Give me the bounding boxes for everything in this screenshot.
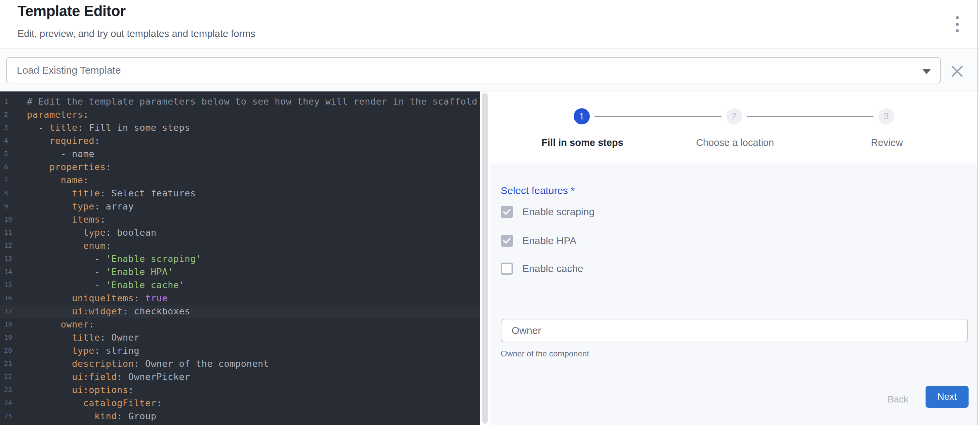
line-number: 17 [0,305,27,318]
code-text: - title: Fill in some steps [27,121,190,134]
owner-field[interactable]: Owner [501,319,968,342]
line-number: 5 [0,147,27,161]
code-text: name: [27,174,89,186]
template-load-toolbar: Load Existing Template [0,48,980,91]
editor-line: 4 required: [0,134,480,147]
step-1-circle: 1 [574,108,590,124]
editor-line: 20 type: string [0,344,480,357]
line-number: 14 [0,265,27,279]
line-number: 11 [0,226,27,239]
editor-line: 9 type: array [0,200,480,213]
line-number: 21 [0,357,27,370]
back-button[interactable]: Back [880,389,916,409]
editor-line: 3 - title: Fill in some steps [0,121,480,134]
load-template-placeholder: Load Existing Template [17,65,121,76]
template-preview-panel: 1 Fill in some steps 2 Choose a location… [488,91,977,425]
content-area: 1# Edit the template parameters below to… [0,91,980,425]
step-3-circle: 3 [878,108,894,124]
editor-line: 10 items: [0,213,480,226]
line-number: 10 [0,213,27,226]
checkbox-enable-scraping[interactable]: Enable scraping [501,205,595,218]
dropdown-arrow-icon [922,69,931,74]
editor-line: 23 ui:options: [0,383,480,396]
select-features-label: Select features * [501,185,575,196]
line-number: 12 [0,239,27,252]
line-number: 24 [0,396,27,409]
editor-line: 1# Edit the template parameters below to… [0,95,480,108]
form-card: Select features * Enable scraping Enable… [490,163,977,425]
next-button[interactable]: Next [926,386,969,408]
code-text: ui:options: [27,383,134,396]
editor-line: 8 title: Select features [0,186,480,200]
step-connector [595,116,722,117]
line-number: 19 [0,331,27,344]
editor-line: 6 properties: [0,161,480,174]
editor-line: 13 - 'Enable scraping' [0,252,480,265]
line-number: 13 [0,252,27,265]
code-text: required: [27,134,100,147]
checkbox-label: Enable HPA [522,235,576,247]
code-text: - 'Enable cache' [27,279,185,291]
code-text: type: array [27,200,134,213]
owner-helper-text: Owner of the component [501,349,589,358]
editor-line: 5 - name [0,147,480,161]
page-right-edge-divider [977,0,978,425]
checkbox-enable-cache[interactable]: Enable cache [501,262,584,275]
panel-splitter-handle[interactable] [482,93,488,423]
code-text: type: string [27,344,140,357]
line-number: 23 [0,383,27,396]
kebab-menu-icon[interactable] [952,16,962,32]
step-2-label: Choose a location [664,137,806,148]
step-connector [747,116,873,117]
line-number: 7 [0,174,27,186]
yaml-code-editor[interactable]: 1# Edit the template parameters below to… [0,91,480,425]
checkbox-label: Enable scraping [522,206,595,218]
code-lines: 1# Edit the template parameters below to… [0,95,480,423]
editor-line: 19 title: Owner [0,331,480,344]
line-number: 3 [0,121,27,134]
editor-line: 25 kind: Group [0,409,480,423]
code-text: ui:field: OwnerPicker [27,370,190,383]
checkbox-unchecked-icon [501,263,513,275]
code-text: - name [27,147,94,161]
close-icon[interactable] [951,65,963,77]
code-text: parameters: [27,108,89,121]
checkbox-enable-hpa[interactable]: Enable HPA [501,234,576,247]
code-text: catalogFilter: [27,396,162,409]
code-text: - 'Enable HPA' [27,265,173,279]
line-number: 16 [0,291,27,305]
line-number: 1 [0,95,27,108]
step-3-label: Review [816,137,958,148]
code-text: title: Owner [27,331,140,344]
code-text: - 'Enable scraping' [27,252,201,265]
editor-line: 15 - 'Enable cache' [0,279,480,291]
line-number: 25 [0,409,27,423]
code-text: properties: [27,161,111,174]
editor-line: 12 enum: [0,239,480,252]
editor-line: 2parameters: [0,108,480,121]
owner-field-placeholder: Owner [512,325,541,336]
editor-line: 24 catalogFilter: [0,396,480,409]
code-text: description: Owner of the component [27,357,269,370]
editor-line: 17 ui:widget: checkboxes [0,305,480,318]
page-subtitle: Edit, preview, and try out templates and… [18,28,255,39]
line-number: 4 [0,134,27,147]
checkbox-checked-icon [501,235,513,247]
code-text: type: boolean [27,226,156,239]
line-number: 9 [0,200,27,213]
editor-line: 21 description: Owner of the component [0,357,480,370]
page-title: Template Editor [18,3,126,19]
code-text: kind: Group [27,409,156,423]
editor-line: 22 ui:field: OwnerPicker [0,370,480,383]
line-number: 20 [0,344,27,357]
editor-line: 7 name: [0,174,480,186]
editor-line: 14 - 'Enable HPA' [0,265,480,279]
code-text: owner: [27,318,94,331]
editor-line: 11 type: boolean [0,226,480,239]
step-1-label: Fill in some steps [512,137,653,148]
editor-line: 18 owner: [0,318,480,331]
code-text: title: Select features [27,186,196,200]
editor-line: 16 uniqueItems: true [0,291,480,305]
load-template-select[interactable]: Load Existing Template [6,57,941,83]
header: Template Editor Edit, preview, and try o… [0,0,980,48]
